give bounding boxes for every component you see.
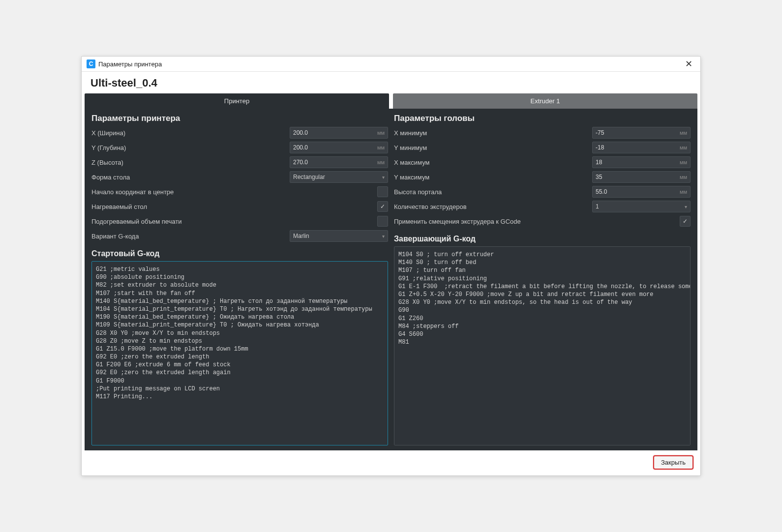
y-min-label: Y минимум xyxy=(394,144,592,151)
row-origin-center: Начало координат в центре xyxy=(91,185,388,198)
tabs: Принтер Extruder 1 xyxy=(82,93,700,109)
x-min-label: X минимум xyxy=(394,129,592,137)
app-icon: C xyxy=(87,59,95,68)
apply-offset-checkbox[interactable]: ✓ xyxy=(680,216,691,227)
start-gcode-label: Стартовый G-код xyxy=(91,249,388,258)
x-min-input[interactable] xyxy=(593,127,677,138)
y-max-input[interactable] xyxy=(593,172,677,182)
extruder-count-label: Количество экструдеров xyxy=(394,203,592,210)
origin-center-checkbox[interactable] xyxy=(377,186,388,197)
row-heated-volume: Подогреваемый объем печати xyxy=(91,215,388,228)
gcode-flavor-value: Marlin xyxy=(293,233,309,239)
y-max-label: Y максимум xyxy=(394,174,592,181)
unit-mm: мм xyxy=(677,142,690,153)
unit-mm: мм xyxy=(677,186,690,197)
x-max-label: X максимум xyxy=(394,159,592,166)
unit-mm: мм xyxy=(374,157,388,168)
chevron-down-icon: ▾ xyxy=(685,204,687,209)
close-icon[interactable]: ✕ xyxy=(682,59,695,68)
row-y-max: Y максимум мм xyxy=(394,171,691,183)
row-y-depth: Y (Глубина) мм xyxy=(91,141,388,154)
gantry-input[interactable] xyxy=(593,186,677,197)
row-extruder-count: Количество экструдеров 1 ▾ xyxy=(394,200,691,213)
printer-name: Ulti-steel_0.4 xyxy=(82,72,700,93)
row-x-max: X максимум мм xyxy=(394,156,691,169)
close-button[interactable]: Закрыть xyxy=(653,455,693,470)
tab-extruder-1[interactable]: Extruder 1 xyxy=(393,93,697,109)
end-gcode-textarea[interactable] xyxy=(394,246,691,445)
row-gantry-height: Высота портала мм xyxy=(394,185,691,198)
head-settings-heading: Параметры головы xyxy=(394,114,691,123)
x-max-input[interactable] xyxy=(593,157,677,168)
y-min-input[interactable] xyxy=(593,142,677,153)
row-gcode-flavor: Вариант G-кода Marlin ▾ xyxy=(91,230,388,242)
gcode-flavor-label: Вариант G-кода xyxy=(91,233,290,240)
chevron-down-icon: ▾ xyxy=(382,175,385,180)
unit-mm: мм xyxy=(677,127,690,138)
content-area: Параметры принтера X (Ширина) мм Y (Глуб… xyxy=(85,109,697,450)
titlebar: C Параметры принтера ✕ xyxy=(82,57,700,72)
right-column: Параметры головы X минимум мм Y минимум … xyxy=(391,114,693,445)
x-width-input[interactable] xyxy=(290,127,374,138)
gcode-flavor-select[interactable]: Marlin ▾ xyxy=(290,230,388,242)
footer: Закрыть xyxy=(82,450,700,475)
left-column: Параметры принтера X (Ширина) мм Y (Глуб… xyxy=(89,114,391,445)
end-gcode-label: Завершающий G-код xyxy=(394,235,691,243)
extruder-count-value: 1 xyxy=(596,203,599,210)
extruder-count-select[interactable]: 1 ▾ xyxy=(592,201,691,212)
chevron-down-icon: ▾ xyxy=(382,234,385,239)
window-title: Параметры принтера xyxy=(98,60,682,68)
shape-label: Форма стола xyxy=(91,174,290,181)
printer-settings-heading: Параметры принтера xyxy=(91,114,388,123)
tab-printer[interactable]: Принтер xyxy=(85,93,389,109)
row-x-min: X минимум мм xyxy=(394,126,691,139)
x-width-label: X (Ширина) xyxy=(91,129,290,137)
row-x-width: X (Ширина) мм xyxy=(91,126,388,139)
unit-mm: мм xyxy=(374,127,388,138)
row-heated-bed: Нагреваемый стол ✓ xyxy=(91,200,388,213)
z-height-input[interactable] xyxy=(290,157,374,168)
origin-center-label: Начало координат в центре xyxy=(91,188,377,196)
row-apply-offset: Применить смещения экструдера к GCode ✓ xyxy=(394,215,691,228)
start-gcode-textarea[interactable] xyxy=(91,261,388,445)
gantry-label: Высота портала xyxy=(394,188,592,196)
unit-mm: мм xyxy=(677,172,690,182)
printer-settings-dialog: C Параметры принтера ✕ Ulti-steel_0.4 Пр… xyxy=(81,56,701,476)
heated-bed-label: Нагреваемый стол xyxy=(91,203,377,210)
apply-offset-label: Применить смещения экструдера к GCode xyxy=(394,218,680,225)
unit-mm: мм xyxy=(677,157,690,168)
y-depth-input[interactable] xyxy=(290,142,374,153)
row-y-min: Y минимум мм xyxy=(394,141,691,154)
heated-bed-checkbox[interactable]: ✓ xyxy=(377,201,388,212)
unit-mm: мм xyxy=(374,142,388,153)
heated-volume-label: Подогреваемый объем печати xyxy=(91,218,377,225)
row-build-plate-shape: Форма стола Rectangular ▾ xyxy=(91,171,388,183)
z-height-label: Z (Высота) xyxy=(91,159,290,166)
shape-value: Rectangular xyxy=(293,174,325,180)
shape-select[interactable]: Rectangular ▾ xyxy=(290,171,388,183)
heated-volume-checkbox[interactable] xyxy=(377,216,388,227)
y-depth-label: Y (Глубина) xyxy=(91,144,290,151)
row-z-height: Z (Высота) мм xyxy=(91,156,388,169)
